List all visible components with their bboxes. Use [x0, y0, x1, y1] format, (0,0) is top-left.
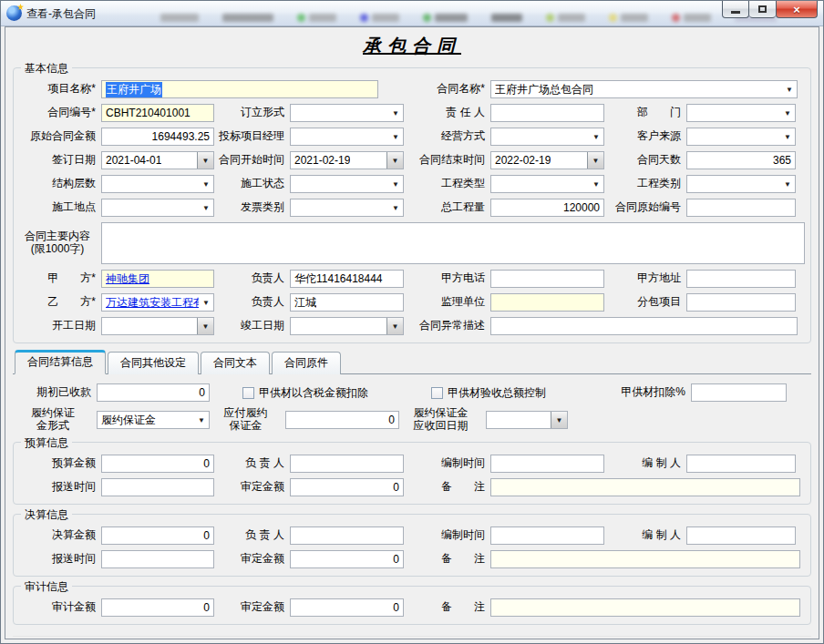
initial-received-field[interactable]: 0: [97, 383, 210, 402]
chevron-down-icon[interactable]: ▼: [592, 180, 600, 189]
budget-mgr-field[interactable]: [290, 455, 404, 473]
budget-compile-field[interactable]: [490, 455, 604, 473]
basic-info-legend: 基本信息: [21, 61, 72, 77]
orig-amount-field[interactable]: 1694493.25: [101, 128, 214, 146]
project-name-field[interactable]: 王府井广场: [101, 80, 378, 98]
title-bar[interactable]: 查看-承包合同 ×: [1, 1, 823, 26]
contract-no-field[interactable]: CBHT210401001: [101, 104, 214, 122]
acceptance-control-checkbox-group[interactable]: 甲供材验收总额控制: [431, 385, 604, 401]
days-field[interactable]: 365: [686, 151, 796, 169]
minimize-button[interactable]: [722, 1, 749, 18]
guarantee-return-date-picker[interactable]: ▼: [486, 411, 568, 429]
audit-amount-field[interactable]: 0: [101, 598, 214, 617]
toolbar-icon: [672, 14, 680, 22]
end-time-picker[interactable]: 2022-02-19▼: [490, 151, 604, 169]
tab-other-settings[interactable]: 合同其他设定: [108, 352, 199, 374]
tab-contract-text[interactable]: 合同文本: [201, 352, 270, 374]
pcat-label: 工程类别: [604, 178, 686, 190]
tab-settlement-info[interactable]: 合同结算信息: [15, 350, 106, 374]
row-amount: 原始合同金额 1694493.25 投标项目经理 ▼ 经营方式 ▼ 客户来源 ▼: [17, 128, 807, 146]
party-a-field[interactable]: 神驰集团: [101, 270, 214, 288]
tax-deduct-checkbox-group[interactable]: 甲供材以含税金额扣除: [242, 385, 431, 401]
sign-date-picker[interactable]: 2021-04-01▼: [101, 151, 214, 169]
date-dropdown-button[interactable]: ▼: [587, 152, 603, 169]
date-dropdown-button[interactable]: ▼: [386, 318, 403, 334]
chevron-down-icon[interactable]: ▼: [786, 86, 793, 94]
budget-amount-field[interactable]: 0: [101, 455, 214, 473]
department-combo[interactable]: ▼: [686, 104, 796, 122]
budget-remark-field[interactable]: [490, 478, 800, 496]
guarantee-form-combo[interactable]: 履约保证金▼: [97, 411, 210, 429]
chevron-down-icon: ▼: [556, 416, 563, 424]
business-mode-combo[interactable]: ▼: [490, 128, 604, 146]
chevron-down-icon[interactable]: ▼: [202, 299, 210, 307]
chevron-down-icon[interactable]: ▼: [202, 204, 210, 212]
budget-submit-field[interactable]: [101, 478, 214, 496]
chevron-down-icon[interactable]: ▼: [392, 204, 399, 212]
start-date-picker[interactable]: ▼: [101, 317, 214, 335]
deduct-pct-field[interactable]: [691, 383, 787, 402]
close-button[interactable]: ×: [776, 1, 818, 18]
maximize-button[interactable]: [749, 1, 776, 18]
payable-guarantee-field[interactable]: 0: [285, 411, 399, 429]
pcat-combo[interactable]: ▼: [686, 175, 796, 193]
orig-no-field[interactable]: [686, 199, 796, 217]
chevron-down-icon[interactable]: ▼: [392, 180, 399, 189]
final-submit-label: 报送时间: [17, 553, 101, 566]
tab-contract-original[interactable]: 合同原件: [272, 352, 341, 374]
budget-approved-field[interactable]: 0: [290, 478, 404, 496]
orig-no-label: 合同原始编号: [604, 201, 686, 214]
form-type-combo[interactable]: ▼: [290, 104, 404, 122]
final-compile-field[interactable]: [490, 526, 604, 545]
chevron-down-icon[interactable]: ▼: [198, 416, 205, 424]
ptype-combo[interactable]: ▼: [490, 175, 604, 193]
chevron-down-icon[interactable]: ▼: [784, 133, 791, 141]
chevron-down-icon[interactable]: ▼: [202, 180, 210, 189]
party-a-phone-field[interactable]: [490, 270, 604, 288]
chevron-down-icon[interactable]: ▼: [784, 180, 791, 189]
audit-approved-field[interactable]: 0: [290, 598, 404, 617]
responsible-field[interactable]: [490, 104, 604, 122]
final-compiler-field[interactable]: [686, 526, 796, 545]
party-b-label: 乙 方*: [17, 296, 101, 309]
budget-compiler-field[interactable]: [686, 455, 796, 473]
site-combo[interactable]: ▼: [101, 199, 214, 217]
final-amount-field[interactable]: 0: [101, 526, 214, 545]
structure-combo[interactable]: ▼: [101, 175, 214, 193]
bid-manager-combo[interactable]: ▼: [290, 128, 404, 146]
quantity-field[interactable]: 120000: [490, 199, 604, 217]
basic-info-group: 基本信息 项目名称* 王府井广场 合同名称* 王府井广场总包合同▼ 合同编号* …: [13, 67, 811, 343]
invoice-combo[interactable]: ▼: [290, 199, 404, 217]
final-remark-field[interactable]: [490, 550, 800, 568]
checkbox-icon[interactable]: [242, 387, 254, 399]
date-dropdown-button[interactable]: ▼: [386, 152, 403, 169]
chevron-down-icon[interactable]: ▼: [592, 133, 600, 141]
party-b-combo[interactable]: 万达建筑安装工程有▼: [101, 293, 214, 312]
subproject-field[interactable]: [686, 293, 796, 312]
contract-name-combo[interactable]: 王府井广场总包合同▼: [490, 80, 798, 98]
main-content-textarea[interactable]: [101, 222, 805, 264]
abnormal-label: 合同异常描述: [404, 320, 490, 332]
final-submit-field[interactable]: [101, 550, 214, 568]
supervisor-field[interactable]: [490, 293, 604, 312]
chevron-down-icon[interactable]: ▼: [784, 109, 791, 118]
complete-date-picker[interactable]: ▼: [290, 317, 404, 335]
party-a-phone-label: 甲方电话: [404, 272, 490, 285]
party-b-mgr-field[interactable]: 江城: [290, 293, 404, 312]
party-a-addr-field[interactable]: [686, 270, 796, 288]
chevron-down-icon[interactable]: ▼: [392, 109, 399, 118]
chevron-down-icon[interactable]: ▼: [392, 133, 399, 141]
date-dropdown-button[interactable]: ▼: [197, 152, 213, 169]
final-approved-field[interactable]: 0: [290, 550, 404, 568]
party-a-mgr-field[interactable]: 华佗11416418444: [290, 270, 404, 288]
start-time-picker[interactable]: 2021-02-19▼: [290, 151, 404, 169]
status-combo[interactable]: ▼: [290, 175, 404, 193]
abnormal-field[interactable]: [490, 317, 798, 335]
date-dropdown-button[interactable]: ▼: [197, 318, 213, 334]
customer-source-combo[interactable]: ▼: [686, 128, 796, 146]
date-dropdown-button[interactable]: ▼: [551, 412, 567, 428]
dialog-window: 查看-承包合同 × 承包合同 基本信息 项目名称* 王府井广场 合同名称* 王府…: [0, 0, 824, 644]
checkbox-icon[interactable]: [431, 387, 443, 399]
final-mgr-field[interactable]: [290, 526, 404, 545]
audit-remark-field[interactable]: [490, 598, 800, 617]
